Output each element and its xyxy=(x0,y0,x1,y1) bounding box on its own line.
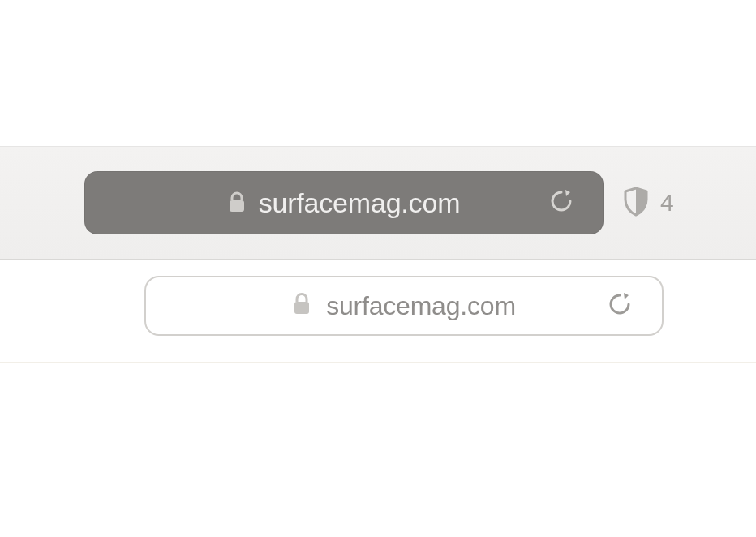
reload-icon xyxy=(608,290,632,321)
address-bar-content: surfacemag.com xyxy=(84,187,604,219)
reload-button[interactable] xyxy=(537,171,586,234)
lock-icon xyxy=(292,292,311,320)
address-bar-content-light: surfacemag.com xyxy=(146,291,662,321)
svg-rect-0 xyxy=(230,200,244,212)
address-text-light: surfacemag.com xyxy=(326,291,516,321)
reload-icon xyxy=(549,187,573,218)
divider-line xyxy=(0,362,756,363)
browser-toolbar-top: surfacemag.com 4 xyxy=(0,146,756,260)
shield-icon xyxy=(623,186,649,220)
privacy-report-button[interactable]: 4 xyxy=(623,186,674,220)
tracker-count: 4 xyxy=(660,189,674,217)
lock-icon xyxy=(228,191,246,214)
address-bar-light[interactable]: surfacemag.com xyxy=(144,276,664,336)
address-text: surfacemag.com xyxy=(259,187,461,219)
svg-rect-1 xyxy=(294,302,309,314)
reload-button-light[interactable] xyxy=(595,277,644,334)
address-bar-dark[interactable]: surfacemag.com xyxy=(84,171,604,234)
browser-ui-frame: surfacemag.com 4 xyxy=(0,0,756,537)
browser-toolbar-second: surfacemag.com xyxy=(0,260,756,363)
